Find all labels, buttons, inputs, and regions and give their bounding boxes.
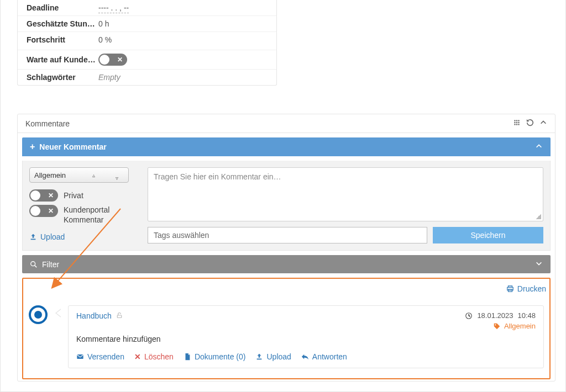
envelope-icon	[76, 353, 84, 361]
hours-value[interactable]: 0 h	[98, 19, 109, 28]
print-icon	[506, 285, 514, 293]
upload-link[interactable]: Upload	[29, 232, 140, 241]
close-icon: ✕	[117, 56, 123, 63]
new-comment-bar[interactable]: + Neuer Kommentar	[22, 137, 551, 156]
comment-time: 10:48	[517, 311, 536, 320]
comment-list: Drucken Handbuch	[22, 278, 551, 379]
svg-point-6	[514, 124, 515, 125]
category-select[interactable]: Allgemein ▵ ▿	[29, 167, 129, 183]
filter-label: Filter	[42, 260, 59, 269]
action-reply[interactable]: Antworten	[301, 352, 347, 361]
privat-label: Privat	[64, 190, 83, 200]
comment-author-link[interactable]: Handbuch	[76, 311, 123, 320]
comment-body: Kommentare hinzufügen	[76, 335, 536, 343]
delete-icon: ✕	[134, 352, 141, 361]
save-button[interactable]: Speichern	[433, 227, 543, 243]
comments-title: Kommentare	[25, 119, 70, 128]
action-delete[interactable]: ✕ Löschen	[134, 352, 174, 361]
svg-point-8	[518, 124, 519, 125]
chevron-down-icon[interactable]	[535, 259, 543, 269]
svg-point-0	[514, 120, 515, 121]
comment-tag-label: Allgemein	[504, 322, 536, 330]
privat-row: ✕ Privat	[29, 189, 140, 202]
svg-line-11	[35, 265, 37, 267]
comment-datetime: 18.01.2023 10:48	[465, 311, 536, 320]
detail-row-tags: Schlagwörter Empty	[18, 69, 276, 85]
waiting-label: Warte auf Kunde…	[27, 55, 98, 64]
detail-row-deadline: Deadline ---- . . , --	[18, 0, 276, 15]
unlock-icon	[116, 312, 123, 320]
tags-label: Schlagwörter	[27, 73, 98, 82]
chevron-up-icon[interactable]	[535, 142, 543, 152]
plus-icon: +	[30, 142, 35, 152]
action-documents[interactable]: Dokumente (0)	[184, 352, 246, 361]
comment-author: Handbuch	[76, 311, 112, 320]
svg-rect-9	[31, 239, 36, 240]
detail-row-progress: Fortschritt 0 %	[18, 31, 276, 47]
progress-value[interactable]: 0 %	[98, 35, 112, 44]
tags-value[interactable]: Empty	[98, 73, 120, 82]
svg-point-10	[31, 261, 35, 266]
details-panel: Deadline ---- . . , -- Geschätzte Stun… …	[17, 0, 277, 86]
textarea-placeholder: Tragen Sie hier ein Kommentar ein…	[154, 172, 281, 181]
detail-row-waiting: Warte auf Kunde… ✕	[18, 50, 276, 69]
clock-icon	[465, 312, 473, 320]
refresh-icon[interactable]	[526, 119, 534, 128]
privat-toggle[interactable]: ✕	[29, 189, 58, 202]
close-icon: ✕	[48, 208, 54, 214]
hours-label: Geschätzte Stun…	[27, 19, 98, 28]
comments-panel: Kommentare + Neuer Kommentar	[17, 114, 555, 382]
filter-bar[interactable]: Filter	[22, 255, 551, 273]
svg-rect-19	[257, 359, 262, 360]
svg-point-17	[495, 324, 496, 325]
tags-placeholder: Tags auswählen	[154, 231, 209, 240]
portal-toggle[interactable]: ✕	[29, 205, 58, 217]
caret-icon: ▵	[92, 172, 95, 178]
deadline-label: Deadline	[27, 3, 98, 12]
collapse-icon[interactable]	[539, 119, 547, 128]
comment-item: Handbuch 18.01.2023 10:48	[29, 305, 544, 368]
portal-label: Kundenportal Kommentar	[64, 205, 124, 225]
new-comment-title: Neuer Kommentar	[39, 142, 106, 151]
action-upload[interactable]: Upload	[255, 352, 291, 361]
upload-icon	[29, 233, 37, 241]
comment-textarea[interactable]: Tragen Sie hier ein Kommentar ein…	[148, 167, 543, 221]
progress-label: Fortschritt	[27, 35, 98, 44]
svg-point-4	[516, 122, 517, 123]
upload-icon	[255, 353, 263, 361]
portal-row: ✕ Kundenportal Kommentar	[29, 205, 140, 225]
comment-date: 18.01.2023	[477, 311, 513, 320]
drag-handle-icon[interactable]	[513, 119, 521, 128]
category-selected: Allgemein	[34, 171, 66, 179]
waiting-toggle[interactable]: ✕	[98, 54, 127, 66]
document-icon	[184, 353, 191, 361]
svg-point-2	[518, 120, 519, 121]
svg-point-7	[516, 124, 517, 125]
svg-point-1	[516, 120, 517, 121]
upload-label: Upload	[40, 232, 65, 241]
avatar	[29, 305, 48, 324]
search-icon	[30, 261, 38, 268]
svg-point-5	[518, 122, 519, 123]
print-label: Drucken	[517, 284, 546, 293]
speech-tail-icon	[55, 309, 61, 317]
caret-down-icon: ▿	[116, 175, 118, 181]
reply-icon	[301, 353, 309, 361]
detail-row-hours: Geschätzte Stun… 0 h	[18, 15, 276, 31]
new-comment-body: Allgemein ▵ ▿ ✕ Privat ✕ Kundenportal Ko…	[22, 161, 551, 251]
comment-tag[interactable]: Allgemein	[465, 322, 536, 330]
waiting-value[interactable]: ✕	[98, 54, 127, 66]
deadline-value[interactable]: ---- . . , --	[98, 3, 129, 12]
svg-point-3	[514, 122, 515, 123]
svg-rect-15	[117, 315, 122, 318]
print-button[interactable]: Drucken	[506, 284, 546, 293]
close-icon: ✕	[48, 192, 54, 199]
tags-input[interactable]: Tags auswählen	[148, 227, 427, 243]
tag-icon	[493, 322, 501, 330]
action-send[interactable]: Versenden	[76, 352, 124, 361]
comments-header: Kommentare	[18, 114, 555, 133]
